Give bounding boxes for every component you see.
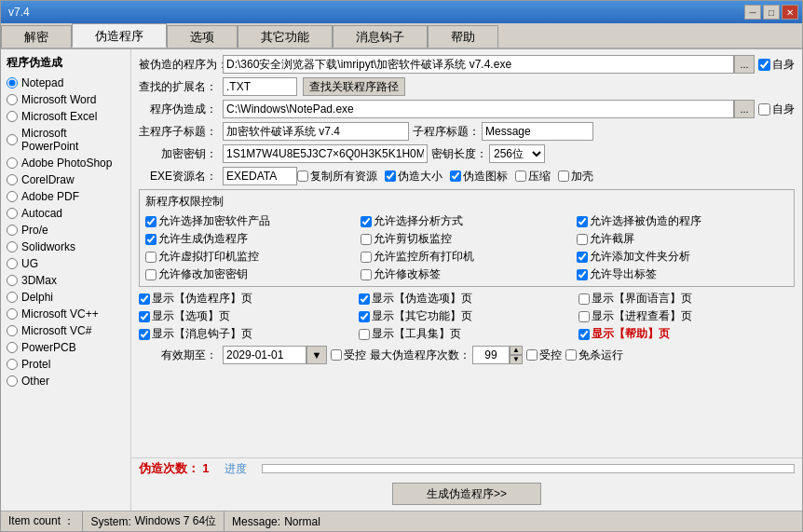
- perm-vprinter: 允许虚拟打印机监控: [145, 249, 357, 265]
- forge-size-check: 伪造大小: [385, 169, 442, 184]
- sidebar-title: 程序伪造成: [5, 53, 127, 75]
- max-label: 最大伪造程序次数：: [370, 348, 470, 363]
- compose-self-check: 自身: [758, 102, 795, 117]
- compose-self-checkbox[interactable]: [758, 103, 770, 116]
- sidebar-item-powerpoint[interactable]: Microsoft PowerPoint: [5, 125, 127, 155]
- main-title-row: 主程序子标题： 子程序标题：: [139, 122, 795, 141]
- page-options: 显示【选项】页: [139, 308, 355, 324]
- item-count-label: Item count ：: [8, 513, 75, 529]
- tab-options[interactable]: 选项: [167, 25, 238, 48]
- max-count-input[interactable]: [472, 346, 510, 364]
- compose-input[interactable]: [223, 100, 734, 118]
- sidebar-item-other[interactable]: Other: [5, 373, 127, 389]
- key-len-select[interactable]: 256位 128位 512位: [489, 144, 545, 163]
- message-segment: Message: Normal: [225, 512, 802, 531]
- copy-res-checkbox[interactable]: [297, 171, 308, 182]
- encrypt-checkbox[interactable]: [558, 171, 569, 182]
- maximize-button[interactable]: □: [763, 5, 780, 20]
- target-input[interactable]: D:\360安全浏览器下载\imripyt\加密软件破译系统 v7.4.exe: [223, 55, 734, 74]
- sidebar-item-solidworks[interactable]: Solidworks: [5, 239, 127, 255]
- page-ui-lang: 显示【界面语言】页: [578, 291, 795, 307]
- expiry-dropdown-button[interactable]: ▼: [306, 346, 327, 364]
- max-controlled-checkbox[interactable]: [526, 349, 538, 361]
- expiry-controlled-check: 受控: [331, 348, 366, 363]
- sidebar-item-msvcpp[interactable]: Microsoft VC++: [5, 306, 127, 322]
- permissions-grid: 允许选择加密软件产品 允许选择分析方式 允许选择被伪造的程序 允许生成伪造程序: [145, 213, 788, 282]
- sidebar-item-3dmax[interactable]: 3DMax: [5, 272, 127, 289]
- sidebar-item-delphi[interactable]: Delphi: [5, 289, 127, 306]
- tab-other-functions[interactable]: 其它功能: [238, 25, 333, 48]
- extension-row: 查找的扩展名： 查找关联程序路径: [139, 77, 795, 96]
- sub-title-input[interactable]: [482, 122, 593, 141]
- status-bar: Item count ： System: Windows 7 64位 Messa…: [1, 511, 802, 531]
- sidebar-item-autocad[interactable]: Autocad: [5, 205, 127, 222]
- tab-help[interactable]: 帮助: [428, 25, 498, 48]
- sidebar-item-msvcs[interactable]: Microsoft VC#: [5, 322, 127, 339]
- free-run-checkbox[interactable]: [565, 349, 577, 361]
- key-input[interactable]: [223, 144, 428, 163]
- perm-select-target: 允许选择被伪造的程序: [577, 213, 788, 229]
- tab-message-hook[interactable]: 消息钩子: [333, 25, 428, 48]
- count-progress-row: 伪造次数： 1 进度: [139, 460, 795, 477]
- page-other: 显示【其它功能】页: [359, 308, 575, 324]
- page-process: 显示【进程查看】页: [578, 308, 795, 324]
- perm-gen-forge: 允许生成伪造程序: [145, 231, 357, 247]
- sidebar-item-powerpcb[interactable]: PowerPCB: [5, 339, 127, 356]
- spinner-up[interactable]: ▲: [510, 346, 523, 355]
- bottom-area: 伪造次数： 1 进度 生成伪造程序>>: [131, 457, 802, 511]
- perm-folder: 允许添加文件夹分析: [577, 249, 788, 265]
- sidebar-item-coreldraw[interactable]: CorelDraw: [5, 171, 127, 188]
- sidebar-item-excel[interactable]: Microsoft Excel: [5, 108, 127, 125]
- forge-size-checkbox[interactable]: [385, 171, 396, 182]
- exe-input[interactable]: [223, 167, 297, 185]
- permissions-section: 新程序权限控制 允许选择加密软件产品 允许选择分析方式 允许选择被伪造的程序 允…: [139, 189, 795, 287]
- compress-checkbox[interactable]: [515, 171, 526, 182]
- free-run-label: 免杀运行: [578, 348, 623, 363]
- expiry-controlled-checkbox[interactable]: [331, 349, 342, 361]
- sidebar-item-word[interactable]: Microsoft Word: [5, 91, 127, 108]
- perm-select-product: 允许选择加密软件产品: [145, 213, 357, 229]
- sidebar-item-protel[interactable]: Protel: [5, 356, 127, 373]
- minimize-button[interactable]: ─: [744, 5, 761, 20]
- target-self-label: 自身: [772, 57, 795, 73]
- progress-bar: [262, 464, 795, 473]
- tab-decrypt[interactable]: 解密: [1, 25, 72, 48]
- generate-button[interactable]: 生成伪造程序>>: [392, 483, 541, 505]
- main-title-label: 主程序子标题：: [139, 124, 223, 140]
- perm-export-tag: 允许导出标签: [577, 266, 788, 282]
- main-content: 程序伪造成 Notepad Microsoft Word Microsoft E…: [1, 49, 802, 511]
- target-self-checkbox[interactable]: [758, 59, 770, 71]
- main-title-input[interactable]: [223, 122, 409, 141]
- expiry-input[interactable]: [223, 346, 306, 364]
- title-bar: v7.4 ─ □ ✕: [1, 1, 802, 23]
- main-window: v7.4 ─ □ ✕ 解密 伪造程序 选项 其它功能 消息钩子 帮助 程序伪造成…: [0, 0, 803, 532]
- forge-icon-label: 伪造图标: [463, 169, 508, 184]
- find-assoc-button[interactable]: 查找关联程序路径: [303, 77, 405, 96]
- max-controlled-check: 受控: [526, 348, 562, 363]
- sub-title-label: 子程序标题：: [413, 124, 480, 140]
- sidebar-item-adobepdf[interactable]: Adobe PDF: [5, 188, 127, 205]
- sidebar-item-notepad[interactable]: Notepad: [5, 75, 127, 91]
- gen-btn-area: 生成伪造程序>>: [139, 479, 795, 509]
- ext-input[interactable]: [223, 77, 297, 96]
- close-button[interactable]: ✕: [782, 5, 798, 20]
- compose-browse-button[interactable]: ...: [734, 100, 755, 118]
- sidebar-item-ug[interactable]: UG: [5, 255, 127, 272]
- compose-row: 程序伪造成： ... 自身: [139, 100, 795, 118]
- exe-label: EXE资源名：: [139, 169, 223, 184]
- page-forge-prog: 显示【伪造程序】页: [139, 291, 355, 307]
- page-msg-hook: 显示【消息钩子】页: [139, 326, 355, 342]
- sidebar-item-photoshop[interactable]: Adobe PhotoShop: [5, 155, 127, 171]
- window-title: v7.4: [5, 6, 30, 19]
- tab-forge[interactable]: 伪造程序: [72, 23, 167, 48]
- window-controls: ─ □ ✕: [744, 5, 798, 20]
- target-browse-button[interactable]: ...: [734, 55, 755, 74]
- sidebar-item-proe[interactable]: Pro/e: [5, 222, 127, 239]
- expiry-controlled-label: 受控: [344, 348, 366, 363]
- spinner-down[interactable]: ▼: [510, 355, 523, 364]
- forge-icon-checkbox[interactable]: [450, 171, 461, 182]
- message-value: Normal: [284, 515, 320, 528]
- encrypt-label: 加壳: [571, 169, 593, 184]
- max-count-spinner: ▲ ▼: [472, 346, 523, 364]
- expiry-row: 有效期至： ▼ 受控 最大伪造程序次数： ▲ ▼: [139, 346, 795, 364]
